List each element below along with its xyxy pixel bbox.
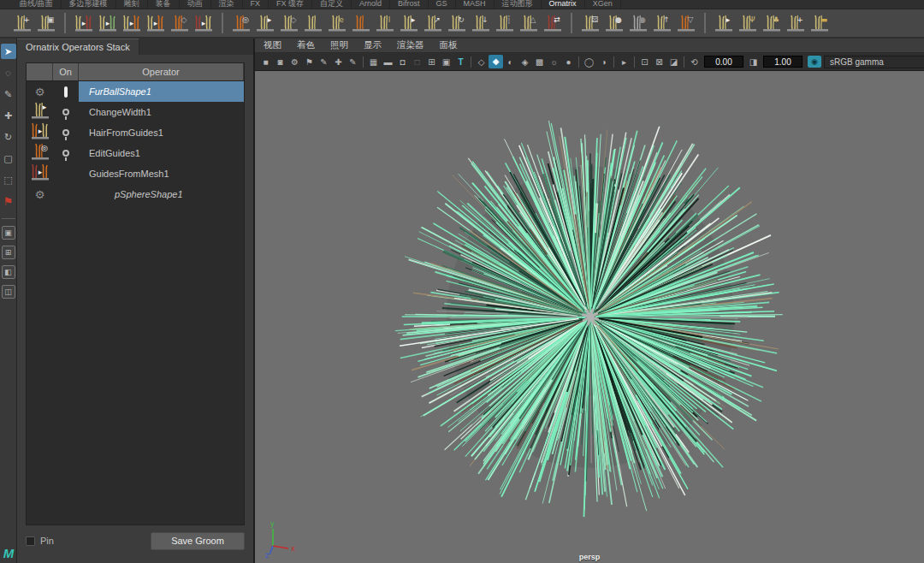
operator-on-toggle[interactable] <box>53 143 79 163</box>
select-tool-icon[interactable]: ➤ <box>1 44 16 59</box>
viewport-menu-渲染器[interactable]: 渲染器 <box>397 39 424 51</box>
curves-to-hair-icon[interactable]: ▸ <box>144 11 168 35</box>
operator-row[interactable]: ▸GuidesFromMesh1 <box>27 163 244 184</box>
viewport-toolbar-icon-11[interactable]: □ <box>410 55 424 69</box>
strips-to-hair-icon[interactable]: ▸ <box>192 11 216 35</box>
viewport-toolbar-icon-13[interactable]: ▣ <box>439 55 453 69</box>
menu-tab-Arnold[interactable]: Arnold <box>352 0 390 9</box>
viewport-toolbar-icon-10[interactable]: ◘ <box>395 55 410 69</box>
menu-tab-Ornatrix[interactable]: Ornatrix <box>542 0 585 9</box>
operator-on-toggle[interactable] <box>53 122 79 143</box>
viewport-menu-显示[interactable]: 显示 <box>364 39 382 51</box>
viewport-toolbar-icon-19[interactable]: ◈ <box>518 55 532 69</box>
operator-label[interactable]: FurBallShape1 <box>79 81 244 102</box>
feather-icon[interactable] <box>349 11 373 35</box>
curl-icon[interactable]: e <box>325 11 349 35</box>
operator-row[interactable]: ◎EditGuides1 <box>27 143 244 163</box>
clump-icon[interactable]: △ <box>517 11 541 35</box>
operator-label[interactable]: ChangeWidth1 <box>79 102 244 122</box>
viewport-toolbar-icon-31[interactable]: ◪ <box>666 55 681 69</box>
tab-ornatrix-operators-stack[interactable]: Ornatrix Operators Stack <box>17 39 139 55</box>
propagation-icon[interactable]: ⇄ <box>541 11 565 35</box>
viewport-toolbar-icon-16[interactable]: ◇ <box>474 55 489 69</box>
viewport-toolbar-icon-21[interactable]: ☼ <box>547 55 561 69</box>
frizz-icon[interactable] <box>301 11 325 35</box>
rotate-strands-icon[interactable]: ↻ <box>445 11 469 35</box>
rotate-tool-icon[interactable]: ↻ <box>1 129 16 145</box>
menu-tab-----[interactable]: 运动图形 <box>495 0 542 9</box>
guide-circle-icon[interactable]: ◎ <box>229 11 253 35</box>
viewport-toolbar-icon-9[interactable]: ▬ <box>381 55 395 69</box>
length-bars-icon[interactable]: l <box>373 11 397 35</box>
exposure-field[interactable]: 0.00 <box>704 56 743 68</box>
lasso-tool-icon[interactable]: ◌ <box>1 65 16 80</box>
scatter-trees-icon[interactable]: ♣ <box>760 11 784 35</box>
layout-outliner-icon[interactable]: ◫ <box>2 285 15 299</box>
viewport-toolbar-icon-22[interactable]: ● <box>561 55 576 69</box>
save-groom-icon[interactable]: ▣ <box>34 11 58 35</box>
detail-icon[interactable]: ┊ <box>493 11 517 35</box>
viewport-toolbar-icon-2[interactable]: ⚙ <box>287 55 302 69</box>
operator-on-toggle[interactable] <box>53 102 79 122</box>
gamma-field[interactable]: 1.00 <box>763 56 803 68</box>
operator-label[interactable]: GuidesFromMesh1 <box>79 163 244 184</box>
mesh-from-hair-icon[interactable]: ● <box>626 11 650 35</box>
menu-tab----[interactable]: 自定义 <box>312 0 352 9</box>
sphere-collide-icon[interactable]: ● <box>602 11 626 35</box>
paint-select-icon[interactable]: ✎ <box>1 86 16 102</box>
viewport-toolbar-icon-14[interactable]: T <box>453 55 468 69</box>
operator-label[interactable]: HairFromGuides1 <box>79 122 244 143</box>
layout-single-icon[interactable]: ▣ <box>2 226 15 240</box>
viewport-toolbar-icon-3[interactable]: ⚑ <box>302 55 317 69</box>
menu-tab---[interactable]: 装备 <box>148 0 180 9</box>
marquee-icon[interactable]: ⬚ <box>1 172 16 187</box>
pin-checkbox[interactable] <box>26 536 35 546</box>
menu-tab---[interactable]: 动画 <box>180 0 211 9</box>
add-hair-icon[interactable]: + <box>10 11 34 35</box>
operator-row[interactable]: ▸ChangeWidth1 <box>27 102 244 122</box>
viewport-toolbar-icon-0[interactable]: ■ <box>258 55 273 69</box>
bake-hair-icon[interactable]: ▸ <box>712 11 736 35</box>
color-management-icon[interactable]: ◉ <box>808 56 821 68</box>
hair-to-guides-icon[interactable]: ▸ <box>96 11 120 35</box>
viewport-toolbar-icon-6[interactable]: ✎ <box>346 55 360 69</box>
viewport-menu-视图[interactable]: 视图 <box>264 39 281 51</box>
operator-label[interactable]: EditGuides1 <box>79 143 244 163</box>
menu-tab---[interactable]: 渲染 <box>211 0 243 9</box>
operator-on-toggle[interactable] <box>53 81 79 102</box>
viewport-toolbar-icon-18[interactable]: ◐ <box>503 55 518 69</box>
viewport-toolbar-icon-20[interactable]: ▩ <box>532 55 547 69</box>
viewport-toolbar-icon-29[interactable]: ⊡ <box>637 55 652 69</box>
viewport-toolbar-icon-1[interactable]: ◙ <box>273 55 287 69</box>
move-tool-icon[interactable]: ✚ <box>1 108 16 123</box>
braid-icon[interactable]: ▽ <box>674 11 698 35</box>
viewport-3d[interactable]: yxz persp <box>255 71 924 563</box>
scale-tool-icon[interactable]: ▢ <box>1 151 16 166</box>
menu-tab-Bifrost[interactable]: Bifrost <box>390 0 429 9</box>
viewport-toolbar-icon-27[interactable]: ▸ <box>617 55 631 69</box>
red-tool-icon[interactable]: ⚑ <box>1 193 16 209</box>
bend-icon[interactable]: ↗ <box>421 11 445 35</box>
menu-tab-MASH[interactable]: MASH <box>456 0 495 9</box>
viewport-toolbar-icon-24[interactable]: ◯ <box>582 55 596 69</box>
merge-hair-icon[interactable]: + <box>784 11 808 35</box>
viewport-toolbar-icon-8[interactable]: ▦ <box>366 55 381 69</box>
operator-label[interactable]: pSphereShape1 <box>79 184 244 204</box>
viewport-menu-着色[interactable]: 着色 <box>297 39 315 51</box>
viewport-toolbar-icon-30[interactable]: ⊠ <box>652 55 666 69</box>
menu-tab-FX---[interactable]: FX 缓存 <box>269 0 312 9</box>
viewport-toolbar-icon-4[interactable]: ✎ <box>317 55 331 69</box>
gamma-icon[interactable]: ◨ <box>746 55 761 69</box>
save-groom-button[interactable]: Save Groom <box>151 532 245 550</box>
operator-row[interactable]: ⚙pSphereShape1 <box>27 184 244 204</box>
layout-split-icon[interactable]: ◧ <box>2 265 15 279</box>
push-away-icon[interactable]: ▸ <box>397 11 421 35</box>
exposure-icon[interactable]: ⟲ <box>687 55 702 69</box>
lift-icon[interactable]: ↑ <box>650 11 674 35</box>
menu-tab---[interactable]: 雕刻 <box>116 0 148 9</box>
viewport-menu-照明[interactable]: 照明 <box>330 39 348 51</box>
curve-arrow-icon[interactable]: ▸ <box>253 11 277 35</box>
viewport-toolbar-icon-17[interactable]: ◆ <box>489 55 503 68</box>
viewport-toolbar-icon-25[interactable]: ◑ <box>596 55 611 69</box>
gravity-icon[interactable]: ↓ <box>469 11 493 35</box>
